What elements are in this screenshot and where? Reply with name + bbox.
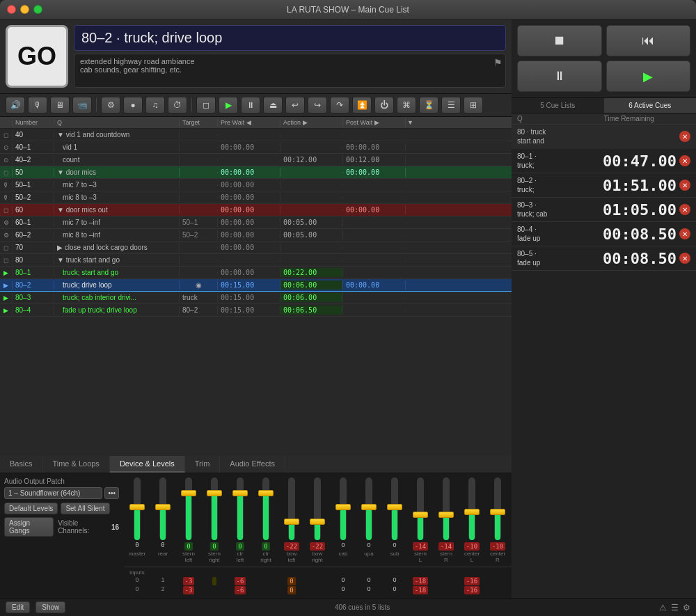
transport-pause-button[interactable]: ⏸ bbox=[517, 61, 602, 92]
ac-name-80: 80 · truckstart and bbox=[517, 127, 596, 145]
mixer-button[interactable]: ⚙ bbox=[101, 97, 120, 113]
maximize-window-button[interactable] bbox=[33, 5, 42, 14]
screen-button[interactable]: 🖥 bbox=[50, 97, 70, 113]
val-bow-left: -22 bbox=[279, 542, 304, 550]
cue-row-80-group[interactable]: ◻ 80 ▼ truck start and go bbox=[0, 254, 512, 267]
music-button[interactable]: ♫ bbox=[145, 97, 165, 113]
active-cue-80-1[interactable]: 80–1 ·truck; 00:47.00 ✕ bbox=[512, 149, 696, 173]
status-bar: Edit Show 406 cues in 5 lists ⚠ ☰ ⚙ bbox=[0, 598, 696, 616]
cue-row-40-2[interactable]: ⊙ 40–2 count 00:12.00 00:12.00 bbox=[0, 154, 512, 166]
fader-values-row: 0 0 0 0 0 0 -22 -22 0 0 0 bbox=[125, 542, 512, 550]
level-action-buttons: Default Levels Set All Silent bbox=[4, 503, 119, 514]
header-time-remaining: Time Remaining bbox=[604, 115, 691, 123]
ac-name-80-3: 80–3 ·truck; cab bbox=[517, 200, 600, 219]
ac-close-80[interactable]: ✕ bbox=[679, 131, 690, 142]
cue-row-40-group[interactable]: ◻ 40 ▼ vid 1 and countdown bbox=[0, 129, 512, 141]
lbl-inputs: inputs bbox=[125, 569, 150, 576]
cue-row-50-1[interactable]: 🎙 50–1 mic 7 to –3 00:00.00 bbox=[0, 179, 512, 191]
ac-close-80-3[interactable]: ✕ bbox=[679, 204, 690, 215]
cue-row-80-3[interactable]: ▶ 80–3 truck; cab interior drivi... truc… bbox=[0, 292, 512, 304]
cue-row-40-1[interactable]: ⊙ 40–1 vid 1 00:00.00 00:00.00 bbox=[0, 141, 512, 154]
val-center-R: -10 bbox=[485, 542, 510, 550]
cue-icon-40g: ◻ bbox=[0, 131, 13, 139]
tab-trim[interactable]: Trim bbox=[185, 456, 221, 473]
stop-btn[interactable]: ◻ bbox=[196, 97, 216, 113]
active-cue-80-3[interactable]: 80–3 ·truck; cab 01:05.00 ✕ bbox=[512, 198, 696, 222]
cue-row-80-2[interactable]: ▶ 80–2 truck; drive loop ◉ 00:15.00 00:0… bbox=[0, 279, 512, 292]
fader-track-rear[interactable] bbox=[159, 477, 166, 540]
fader-track-master[interactable] bbox=[134, 477, 141, 540]
tab-cue-lists[interactable]: 5 Cue Lists bbox=[512, 98, 604, 113]
default-levels-button[interactable]: Default Levels bbox=[4, 503, 58, 514]
list-btn[interactable]: ☰ bbox=[441, 97, 461, 113]
ac-close-80-5[interactable]: ✕ bbox=[679, 253, 690, 264]
edit-button[interactable]: Edit bbox=[6, 601, 30, 613]
channel-center-R bbox=[485, 477, 510, 540]
eject-btn[interactable]: ⏏ bbox=[263, 97, 283, 113]
ac-close-80-2[interactable]: ✕ bbox=[679, 180, 690, 191]
lbl-master: master bbox=[125, 551, 150, 564]
volume-button[interactable]: 🔊 bbox=[6, 97, 25, 113]
link-btn[interactable]: ⌘ bbox=[397, 97, 416, 113]
tab-time-loops[interactable]: Time & Loops bbox=[42, 456, 109, 473]
load-btn[interactable]: ⏫ bbox=[352, 97, 372, 113]
redo-btn[interactable]: ↩ bbox=[285, 97, 305, 113]
patch-options-button[interactable]: ••• bbox=[104, 487, 119, 499]
play-btn[interactable]: ▶ bbox=[219, 97, 238, 113]
tab-device-levels[interactable]: Device & Levels bbox=[110, 456, 185, 473]
input-num-0-2: 0 bbox=[125, 585, 150, 594]
cue-row-50-group[interactable]: ◻ 50 ▼ door mics 00:00.00 00:00.00 bbox=[0, 166, 512, 179]
active-cue-80-4[interactable]: 80–4 ·fade up 00:08.50 ✕ bbox=[512, 222, 696, 246]
list-icon[interactable]: ☰ bbox=[671, 603, 679, 613]
title-bar: LA RUTA SHOW – Main Cue List bbox=[0, 0, 696, 19]
audio-patch-row: 1 – Soundflower (64ch) ••• bbox=[4, 487, 119, 499]
patch-select[interactable]: 1 – Soundflower (64ch) bbox=[4, 487, 102, 499]
set-all-silent-button[interactable]: Set All Silent bbox=[61, 503, 109, 514]
transport-play-button[interactable]: ▶ bbox=[606, 61, 691, 92]
cue-row-80-4[interactable]: ▶ 80–4 fade up truck; drive loop 80–2 00… bbox=[0, 304, 512, 317]
channel-bow-right bbox=[305, 477, 330, 540]
audio-output-patch-label: Audio Output Patch bbox=[4, 477, 119, 485]
cue-row-80-1[interactable]: ▶ 80–1 truck; start and go 00:00.00 00:2… bbox=[0, 267, 512, 279]
show-button[interactable]: Show bbox=[35, 601, 65, 613]
go-button[interactable]: GO bbox=[6, 25, 68, 88]
val-ctr-left: 0 bbox=[228, 542, 253, 550]
fader-handle-master[interactable] bbox=[129, 504, 145, 510]
active-cue-80[interactable]: 80 · truckstart and ✕ bbox=[512, 125, 696, 149]
lbl-crosspoints bbox=[150, 569, 175, 576]
cue-row-60-group[interactable]: ◻ 60 ▼ door mics out 00:00.00 00:00.00 bbox=[0, 204, 512, 216]
close-window-button[interactable] bbox=[7, 5, 16, 14]
cue-list[interactable]: ◻ 40 ▼ vid 1 and countdown ⊙ 40–1 vid 1 … bbox=[0, 129, 512, 456]
col-extra: ▼ bbox=[406, 118, 418, 127]
transport-stop-button[interactable]: ⏹ bbox=[517, 25, 602, 56]
mic-button[interactable]: 🎙 bbox=[28, 97, 47, 113]
tab-basics[interactable]: Basics bbox=[0, 456, 42, 473]
ac-close-80-4[interactable]: ✕ bbox=[679, 228, 690, 239]
timer-button[interactable]: ⏱ bbox=[168, 97, 187, 113]
tab-active-cues[interactable]: 6 Active Cues bbox=[604, 98, 697, 113]
transport-rewind-button[interactable]: ⏮ bbox=[606, 25, 691, 56]
cue-row-50-2[interactable]: 🎙 50–2 mic 8 to –3 00:00.00 bbox=[0, 191, 512, 204]
ac-close-80-1[interactable]: ✕ bbox=[679, 155, 690, 166]
lbl-center-L: centerL bbox=[459, 551, 484, 564]
pause-btn[interactable]: ⏸ bbox=[241, 97, 260, 113]
cue-row-70[interactable]: ◻ 70 ▶ close and lock cargo doors 00:00.… bbox=[0, 242, 512, 254]
cue-row-60-1[interactable]: ⚙ 60–1 mic 7 to –inf 50–1 00:00.00 00:05… bbox=[0, 216, 512, 229]
undo-btn[interactable]: ↪ bbox=[308, 97, 327, 113]
window-controls[interactable] bbox=[7, 5, 42, 14]
active-cue-80-5[interactable]: 80–5 ·fade up 00:08.50 ✕ bbox=[512, 246, 696, 271]
minimize-window-button[interactable] bbox=[20, 5, 29, 14]
cue-row-60-2[interactable]: ⚙ 60–2 mic 8 to –inf 50–2 00:00.00 00:05… bbox=[0, 229, 512, 242]
ac-time-80-3: 01:05.00 bbox=[603, 201, 677, 219]
settings-icon[interactable]: ⚙ bbox=[683, 603, 690, 613]
tab-audio-effects[interactable]: Audio Effects bbox=[220, 456, 285, 473]
assign-gangs-button[interactable]: Assign Gangs bbox=[4, 517, 54, 537]
queue-btn[interactable]: ⏳ bbox=[419, 97, 438, 113]
active-cue-80-2[interactable]: 80–2 ·truck; 01:51.00 ✕ bbox=[512, 173, 696, 198]
status-icons: ⚠ ☰ ⚙ bbox=[659, 603, 690, 613]
grid-btn[interactable]: ⊞ bbox=[464, 97, 483, 113]
power-btn[interactable]: ⏻ bbox=[374, 97, 394, 113]
camera-button[interactable]: 📹 bbox=[72, 97, 92, 113]
fwd-btn[interactable]: ↷ bbox=[330, 97, 349, 113]
record-button[interactable]: ● bbox=[123, 97, 143, 113]
